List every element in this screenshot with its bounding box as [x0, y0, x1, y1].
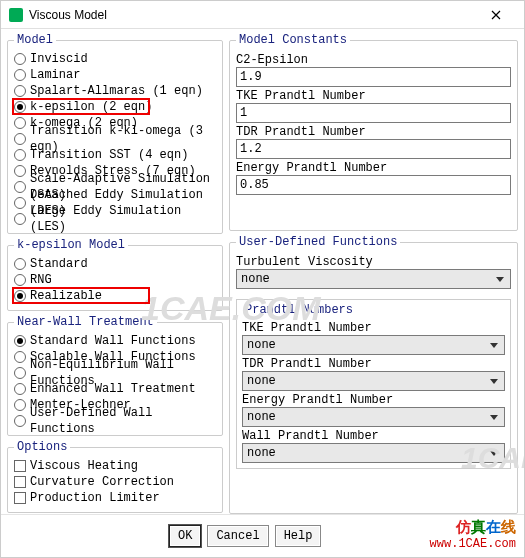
c2-input[interactable]	[236, 67, 511, 87]
viscous-model-dialog: Viscous Model 1CAE.COM 1CAE.C Model Invi…	[0, 0, 525, 558]
p-energy-select[interactable]: none	[242, 407, 505, 427]
tke-label: TKE Prandtl Number	[236, 89, 511, 103]
prandtl-group: Prandtl Numbers TKE Prandtl Number none …	[236, 299, 511, 469]
turb-visc-label: Turbulent Viscosity	[236, 255, 511, 269]
energy-input[interactable]	[236, 175, 511, 195]
p-tke-label: TKE Prandtl Number	[242, 321, 505, 335]
model-les[interactable]: Large Eddy Simulation (LES)	[14, 211, 216, 227]
p-tdr-label: TDR Prandtl Number	[242, 357, 505, 371]
udf-legend: User-Defined Functions	[236, 235, 400, 249]
model-laminar[interactable]: Laminar	[14, 67, 216, 83]
close-button[interactable]	[476, 3, 516, 27]
watermark-url: www.1CAE.com	[430, 538, 516, 551]
p-wall-select[interactable]: none	[242, 443, 505, 463]
c2-label: C2-Epsilon	[236, 53, 511, 67]
near-wall-group: Near-Wall Treatment Standard Wall Functi…	[7, 315, 223, 436]
close-icon	[491, 10, 501, 20]
model-spalart[interactable]: Spalart-Allmaras (1 eqn)	[14, 83, 216, 99]
footer: OK Cancel Help 仿真在线 www.1CAE.com	[1, 514, 524, 557]
opt-curvature[interactable]: Curvature Correction	[14, 474, 216, 490]
chevron-down-icon	[492, 271, 508, 287]
prandtl-legend: Prandtl Numbers	[242, 303, 356, 317]
nw-standard[interactable]: Standard Wall Functions	[14, 333, 216, 349]
cancel-button[interactable]: Cancel	[207, 525, 268, 547]
model-k-epsilon[interactable]: k-epsilon (2 eqn)	[14, 99, 216, 115]
nw-user[interactable]: User-Defined Wall Functions	[14, 413, 216, 429]
titlebar: Viscous Model	[1, 1, 524, 29]
near-wall-legend: Near-Wall Treatment	[14, 315, 157, 329]
chevron-down-icon	[486, 409, 502, 425]
options-group: Options Viscous Heating Curvature Correc…	[7, 440, 223, 513]
ke-standard[interactable]: Standard	[14, 256, 216, 272]
opt-production[interactable]: Production Limiter	[14, 490, 216, 506]
p-wall-label: Wall Prandtl Number	[242, 429, 505, 443]
constants-legend: Model Constants	[236, 33, 350, 47]
watermark-top: 仿真在线	[430, 521, 516, 538]
nw-noneq[interactable]: Non-Equilibrium Wall Functions	[14, 365, 216, 381]
help-button[interactable]: Help	[275, 525, 322, 547]
ok-button[interactable]: OK	[169, 525, 201, 547]
turb-visc-select[interactable]: none	[236, 269, 511, 289]
chevron-down-icon	[486, 373, 502, 389]
page-watermark: 仿真在线 www.1CAE.com	[430, 521, 516, 551]
window-title: Viscous Model	[29, 8, 476, 22]
ke-rng[interactable]: RNG	[14, 272, 216, 288]
model-inviscid[interactable]: Inviscid	[14, 51, 216, 67]
options-legend: Options	[14, 440, 70, 454]
chevron-down-icon	[486, 445, 502, 461]
energy-label: Energy Prandtl Number	[236, 161, 511, 175]
model-trans-sst[interactable]: Transition SST (4 eqn)	[14, 147, 216, 163]
p-energy-label: Energy Prandtl Number	[242, 393, 505, 407]
constants-group: Model Constants C2-Epsilon TKE Prandtl N…	[229, 33, 518, 231]
ke-realizable[interactable]: Realizable	[14, 288, 216, 304]
ke-model-legend: k-epsilon Model	[14, 238, 128, 252]
model-trans-kkl[interactable]: Transition k-kl-omega (3 eqn)	[14, 131, 216, 147]
tke-input[interactable]	[236, 103, 511, 123]
model-group: Model Inviscid Laminar Spalart-Allmaras …	[7, 33, 223, 234]
tdr-input[interactable]	[236, 139, 511, 159]
app-icon	[9, 8, 23, 22]
p-tdr-select[interactable]: none	[242, 371, 505, 391]
p-tke-select[interactable]: none	[242, 335, 505, 355]
udf-group: User-Defined Functions Turbulent Viscosi…	[229, 235, 518, 514]
opt-viscous-heating[interactable]: Viscous Heating	[14, 458, 216, 474]
chevron-down-icon	[486, 337, 502, 353]
ke-model-group: k-epsilon Model Standard RNG Realizable	[7, 238, 223, 311]
tdr-label: TDR Prandtl Number	[236, 125, 511, 139]
model-legend: Model	[14, 33, 56, 47]
nw-enhanced[interactable]: Enhanced Wall Treatment	[14, 381, 216, 397]
